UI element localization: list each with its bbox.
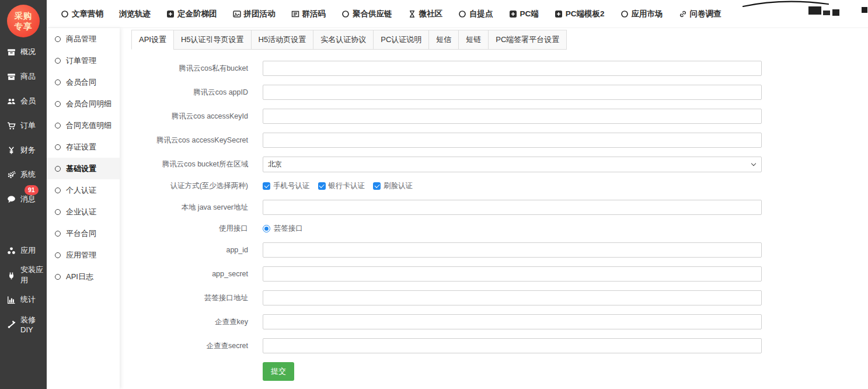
hourglass-icon bbox=[408, 10, 416, 18]
checkbox[interactable] bbox=[263, 182, 270, 190]
sidebar-item-label: 消息 bbox=[20, 194, 36, 204]
text-input[interactable] bbox=[263, 133, 762, 148]
topnav-item[interactable]: 聚合供应链 bbox=[341, 9, 392, 19]
topnav-item[interactable]: 定金阶梯团 bbox=[166, 9, 217, 19]
tab[interactable]: PC端签署平台设置 bbox=[488, 30, 567, 50]
circle-icon bbox=[621, 10, 629, 18]
region-select[interactable]: 北京 bbox=[263, 157, 762, 172]
plus-square-icon bbox=[555, 10, 563, 18]
text-input[interactable] bbox=[263, 290, 762, 305]
sidebar-item-label: 装修DIY bbox=[20, 315, 47, 334]
circle-icon bbox=[55, 58, 61, 64]
circle-icon bbox=[55, 166, 61, 172]
tab[interactable]: API设置 bbox=[131, 30, 174, 50]
topnav-item[interactable]: 自提点 bbox=[458, 9, 493, 19]
form-row: 腾讯云cos accessKeyId bbox=[131, 109, 868, 124]
topnav-item[interactable]: 问卷调查 bbox=[679, 9, 721, 19]
circle-icon bbox=[55, 36, 61, 42]
sidebar-item[interactable]: 订单 bbox=[0, 113, 47, 138]
sidebar-item[interactable]: 统计 bbox=[0, 287, 47, 312]
sidebar-item[interactable]: 安装应用 bbox=[0, 263, 47, 287]
plus-square-icon bbox=[509, 10, 517, 18]
text-input[interactable] bbox=[263, 242, 762, 258]
form-row: 腾讯云cos accessKeySecret bbox=[131, 133, 868, 148]
secondary-sidebar: 商品管理订单管理会员合同会员合同明细合同充值明细存证设置基础设置个人认证企业认证… bbox=[47, 28, 120, 389]
topnav-item[interactable]: 微社区 bbox=[408, 9, 443, 19]
tab[interactable]: PC认证说明 bbox=[373, 30, 429, 50]
text-input[interactable] bbox=[263, 109, 762, 124]
submenu-item-label: 应用管理 bbox=[66, 250, 96, 261]
field-label: 腾讯云cos appID bbox=[131, 88, 248, 98]
sidebar-item[interactable]: 会员 bbox=[0, 89, 47, 113]
sidebar-item-label: 财务 bbox=[20, 145, 36, 155]
tab[interactable]: 短链 bbox=[458, 30, 489, 50]
sidebar-item-label: 应用 bbox=[20, 245, 36, 256]
submenu-item-label: 企业认证 bbox=[66, 207, 96, 217]
form-row: 本地 java server地址 bbox=[131, 200, 868, 215]
circle-icon bbox=[61, 10, 69, 18]
submenu-item[interactable]: 应用管理 bbox=[47, 244, 120, 266]
topnav-item[interactable]: 拼团活动 bbox=[233, 9, 276, 19]
submenu-item[interactable]: 会员合同 bbox=[47, 71, 120, 93]
tab[interactable]: 实名认证协议 bbox=[313, 30, 374, 50]
tab[interactable]: 短信 bbox=[428, 30, 459, 50]
submenu-item[interactable]: 企业认证 bbox=[47, 201, 120, 223]
radio-button[interactable] bbox=[263, 225, 270, 232]
submenu-item[interactable]: 存证设置 bbox=[47, 136, 120, 158]
content-area: API设置H5认证引导页设置H5活动页设置实名认证协议PC认证说明短信短链PC端… bbox=[120, 28, 868, 389]
gear-icon bbox=[7, 171, 16, 179]
field-control bbox=[263, 109, 762, 124]
sidebar-item[interactable]: 财务 bbox=[0, 138, 47, 162]
checkbox[interactable] bbox=[373, 182, 381, 190]
sidebar-item[interactable]: 应用 bbox=[0, 238, 47, 263]
sidebar-item[interactable]: 商品 bbox=[0, 64, 47, 89]
field-label: app_id bbox=[131, 246, 248, 254]
tab[interactable]: H5认证引导页设置 bbox=[173, 30, 252, 50]
submenu-item[interactable]: 商品管理 bbox=[47, 28, 120, 50]
sidebar-item[interactable]: 系统 bbox=[0, 162, 47, 187]
redacted-user-info bbox=[862, 7, 867, 13]
submenu-item[interactable]: 合同充值明细 bbox=[47, 114, 120, 136]
submenu-item[interactable]: 会员合同明细 bbox=[47, 93, 120, 114]
sidebar-item-label: 会员 bbox=[20, 96, 36, 106]
sidebar-item[interactable]: 装修DIY bbox=[0, 312, 47, 336]
topnav-item[interactable]: 应用市场 bbox=[621, 9, 663, 19]
radio-label: 芸签接口 bbox=[274, 224, 303, 234]
checkbox-label: 刷脸认证 bbox=[384, 181, 413, 191]
form-row: 认证方式(至少选择两种)手机号认证银行卡认证刷脸认证 bbox=[131, 181, 868, 191]
submenu-item[interactable]: 订单管理 bbox=[47, 50, 120, 71]
brand-logo-line1: 采购 bbox=[15, 11, 33, 21]
text-input[interactable] bbox=[263, 200, 762, 215]
topnav-item[interactable]: PC端 bbox=[509, 9, 539, 19]
topnav-item[interactable]: PC端模板2 bbox=[555, 9, 605, 19]
topnav-item-label: 群活码 bbox=[302, 9, 326, 19]
text-input[interactable] bbox=[263, 314, 762, 329]
sidebar-item[interactable]: 概况 bbox=[0, 40, 47, 64]
checkbox[interactable] bbox=[318, 182, 326, 190]
image-icon bbox=[233, 10, 241, 18]
text-input[interactable] bbox=[263, 338, 762, 353]
field-control bbox=[263, 133, 762, 148]
topnav-item[interactable]: 群活码 bbox=[291, 9, 326, 19]
submenu-item[interactable]: 基础设置 bbox=[47, 158, 120, 179]
text-input[interactable] bbox=[263, 266, 762, 282]
submenu-item[interactable]: API日志 bbox=[47, 266, 120, 287]
submenu-item-label: 商品管理 bbox=[66, 34, 96, 44]
submit-button[interactable]: 提交 bbox=[263, 362, 294, 381]
plug-icon bbox=[7, 271, 16, 280]
topnav-item-label: 微社区 bbox=[419, 9, 443, 19]
submenu-item-label: API日志 bbox=[66, 272, 93, 282]
sidebar-item[interactable]: 消息91 bbox=[0, 187, 47, 211]
submenu-item-label: 会员合同 bbox=[66, 77, 96, 88]
form-row: 企查查secret bbox=[131, 338, 868, 353]
topnav-item-label: 浏览轨迹 bbox=[119, 9, 151, 19]
text-input[interactable] bbox=[263, 85, 762, 100]
text-input[interactable] bbox=[263, 61, 762, 76]
tab[interactable]: H5活动页设置 bbox=[251, 30, 314, 50]
topnav-item[interactable]: 文章营销 bbox=[61, 9, 103, 19]
submenu-item-label: 会员合同明细 bbox=[66, 99, 111, 109]
submenu-item[interactable]: 平台合同 bbox=[47, 223, 120, 244]
field-label: 腾讯云cos accessKeySecret bbox=[131, 136, 248, 145]
submenu-item[interactable]: 个人认证 bbox=[47, 179, 120, 201]
topnav-item[interactable]: 浏览轨迹 bbox=[119, 9, 151, 19]
